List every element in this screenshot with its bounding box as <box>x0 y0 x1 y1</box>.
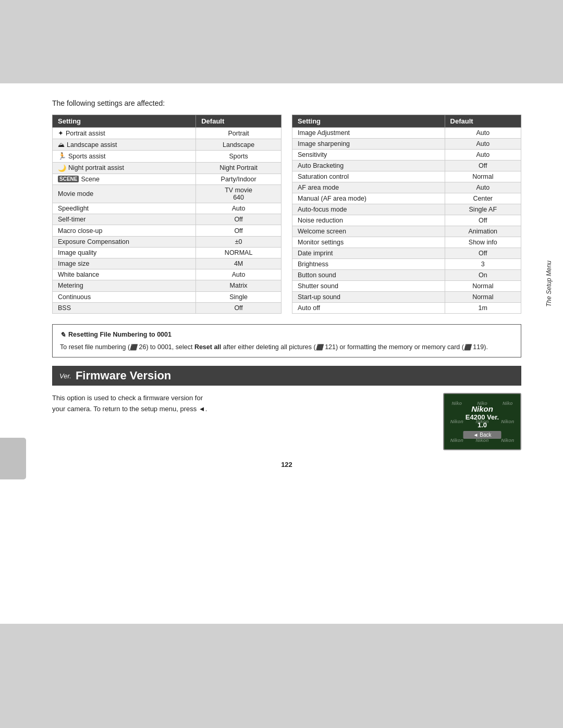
page-wrapper: The Setup Menu The following settings ar… <box>0 0 563 728</box>
firmware-title: Firmware Version <box>76 369 171 382</box>
content-area: The following settings are affected: Set… <box>0 83 563 500</box>
left-header-default: Default <box>196 115 282 128</box>
table-row: SensitivityAuto <box>292 150 521 161</box>
right-settings-table: Setting Default Image AdjustmentAutoImag… <box>292 115 521 314</box>
table-row: Noise reductionOff <box>292 215 521 226</box>
table-row: Manual (AF area mode)Center <box>292 193 521 204</box>
table-row: Saturation controlNormal <box>292 171 521 182</box>
table-row: Image qualityNORMAL <box>53 247 282 258</box>
table-row: Button soundOn <box>292 270 521 281</box>
ver-label: Ver. <box>59 372 71 380</box>
note-title-text: Resetting File Numbering to 0001 <box>68 330 172 340</box>
table-row: 🌙Night portrait assistNight Portrait <box>53 162 282 174</box>
table-row: MeteringMatrix <box>53 280 282 291</box>
table-row: Movie modeTV movie640 <box>53 184 282 203</box>
table-row: 🏃Sports assistSports <box>53 151 282 162</box>
tables-container: Setting Default ✦Portrait assistPortrait… <box>52 115 521 314</box>
right-header-setting: Setting <box>292 115 445 128</box>
firmware-section-header: Ver. Firmware Version <box>52 366 521 386</box>
left-settings-table: Setting Default ✦Portrait assistPortrait… <box>52 115 282 314</box>
table-row: ✦Portrait assistPortrait <box>53 128 282 139</box>
table-row: Image AdjustmentAuto <box>292 128 521 139</box>
table-row: AF area modeAuto <box>292 182 521 193</box>
note-box: ✎ Resetting File Numbering to 0001 To re… <box>52 324 521 357</box>
camera-model-number: E4200 Ver. 1.0 <box>463 413 501 429</box>
table-row: Image sharpeningAuto <box>292 139 521 150</box>
firmware-desc-line1: This option is used to check a firmware … <box>52 393 433 404</box>
table-row: Shutter soundNormal <box>292 281 521 292</box>
table-row: SCENESceneParty/Indoor <box>53 174 282 184</box>
table-row: Auto BracketingOff <box>292 161 521 171</box>
camera-model-text: Nikon <box>463 404 501 413</box>
table-row: Macro close-upOff <box>53 225 282 236</box>
firmware-content: This option is used to check a firmware … <box>52 393 521 450</box>
table-row: White balanceAuto <box>53 269 282 280</box>
page-number: 122 <box>52 461 521 468</box>
firmware-desc-line2: your camera. To return to the setup menu… <box>52 404 433 415</box>
table-row: ContinuousSingle <box>53 291 282 302</box>
left-tab <box>0 438 26 479</box>
table-row: Auto off1m <box>292 303 521 314</box>
note-icon: ✎ <box>60 330 66 340</box>
top-bar <box>0 0 563 83</box>
table-row: Start-up soundNormal <box>292 292 521 303</box>
table-row: Self-timerOff <box>53 214 282 225</box>
note-body: To reset file numbering (⬛ 26) to 0001, … <box>60 342 513 352</box>
table-gap <box>282 115 292 314</box>
table-row: ⛰Landscape assistLandscape <box>53 139 282 151</box>
intro-text: The following settings are affected: <box>52 99 521 107</box>
left-header-setting: Setting <box>53 115 196 128</box>
note-title: ✎ Resetting File Numbering to 0001 <box>60 330 513 340</box>
back-button[interactable]: ◄ Back <box>463 431 501 439</box>
table-row: Auto-focus modeSingle AF <box>292 204 521 215</box>
camera-overlay: Nikon E4200 Ver. 1.0 ◄ Back <box>463 404 501 439</box>
table-row: Welcome screenAnimation <box>292 226 521 237</box>
camera-screen: Niko Niko Niko Nikon Nikon Nikon Nikon N… <box>443 393 521 450</box>
firmware-description: This option is used to check a firmware … <box>52 393 433 415</box>
side-label: The Setup Menu <box>545 261 553 307</box>
table-row: Image size4M <box>53 258 282 269</box>
table-row: Brightness3 <box>292 259 521 270</box>
table-row: Date imprintOff <box>292 248 521 259</box>
bottom-bar <box>0 624 563 728</box>
table-row: SpeedlightAuto <box>53 203 282 214</box>
table-row: Monitor settingsShow info <box>292 237 521 248</box>
table-row: Exposure Compensation±0 <box>53 236 282 247</box>
right-header-default: Default <box>445 115 521 128</box>
table-row: BSSOff <box>53 302 282 313</box>
